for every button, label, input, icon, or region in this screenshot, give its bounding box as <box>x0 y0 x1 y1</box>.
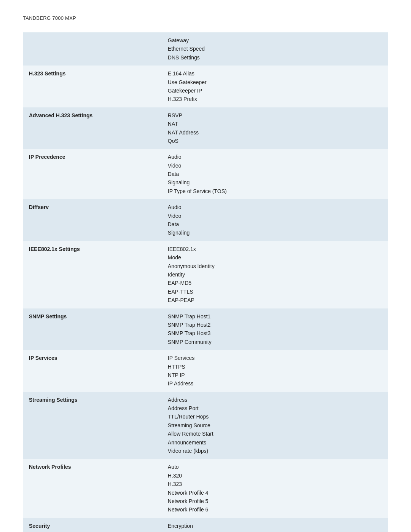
row-label <box>23 32 162 66</box>
row-value-item: Use Gatekeeper <box>168 79 207 85</box>
row-value-item: Announcements <box>168 439 206 446</box>
row-value-item: Streaming Source <box>168 422 210 428</box>
row-label: Streaming Settings <box>23 392 162 459</box>
row-label: Security <box>23 518 162 532</box>
row-value-item: QoS <box>168 138 178 144</box>
row-value-item: IP Type of Service (TOS) <box>168 188 227 194</box>
row-value-item: NAT <box>168 121 178 127</box>
row-values: GatewayEthernet SpeedDNS Settings <box>162 32 388 66</box>
row-value-item: Network Profile 6 <box>168 506 209 513</box>
row-value-item: Network Profile 5 <box>168 498 209 504</box>
table-row: IP ServicesIP ServicesHTTPSNTP IPIP Addr… <box>23 350 388 392</box>
row-values: RSVPNATNAT AddressQoS <box>162 107 388 149</box>
row-value-item: Data <box>168 171 179 177</box>
row-label: IP Precedence <box>23 149 162 199</box>
table-row: Network ProfilesAutoH.320H.323Network Pr… <box>23 459 388 518</box>
row-values: AutoH.320H.323Network Profile 4Network P… <box>162 459 388 518</box>
content-table: GatewayEthernet SpeedDNS SettingsH.323 S… <box>23 32 388 532</box>
row-value-item: IP Services <box>168 355 195 361</box>
row-value-item: Mode <box>168 254 181 260</box>
row-value-item: SNMP Trap Host3 <box>168 330 211 336</box>
row-values: AddressAddress PortTTL/Router HopsStream… <box>162 392 388 459</box>
row-value-item: Network Profile 4 <box>168 490 209 496</box>
table-row: H.323 SettingsE.164 AliasUse GatekeeperG… <box>23 66 388 107</box>
page-header: TANDBERG 7000 MXP <box>23 15 388 21</box>
row-label: Diffserv <box>23 199 162 241</box>
row-value-item: SNMP Trap Host1 <box>168 313 211 320</box>
row-value-item: Auto <box>168 464 179 470</box>
row-value-item: H.323 Prefix <box>168 96 197 102</box>
row-value-item: Address <box>168 397 187 403</box>
row-value-item: NTP IP <box>168 372 185 378</box>
row-values: AudioVideoDataSignalingIP Type of Servic… <box>162 149 388 199</box>
row-label: Advanced H.323 Settings <box>23 107 162 149</box>
row-value-item: IP Address <box>168 380 193 387</box>
row-value-item: Identity <box>168 272 185 278</box>
row-label: H.323 Settings <box>23 66 162 107</box>
row-label: Network Profiles <box>23 459 162 518</box>
row-value-item: Gateway <box>168 37 189 43</box>
header-title: TANDBERG 7000 MXP <box>23 15 76 21</box>
row-value-item: Address Port <box>168 405 199 411</box>
row-value-item: EAP-TTLS <box>168 289 193 295</box>
row-value-item: SNMP Trap Host2 <box>168 322 211 328</box>
row-value-item: Allow Remote Start <box>168 431 213 437</box>
row-values: IEEE802.1xModeAnonymous IdentityIdentity… <box>162 241 388 308</box>
row-value-item: Signaling <box>168 230 190 236</box>
row-value-item: H.320 <box>168 473 182 479</box>
table-row: IP PrecedenceAudioVideoDataSignalingIP T… <box>23 149 388 199</box>
row-value-item: HTTPS <box>168 364 185 370</box>
table-row: GatewayEthernet SpeedDNS Settings <box>23 32 388 66</box>
table-row: DiffservAudioVideoDataSignaling <box>23 199 388 241</box>
table-row: SNMP SettingsSNMP Trap Host1SNMP Trap Ho… <box>23 308 388 350</box>
table-row: Advanced H.323 SettingsRSVPNATNAT Addres… <box>23 107 388 149</box>
row-value-item: SNMP Community <box>168 339 212 345</box>
table-row: Streaming SettingsAddressAddress PortTTL… <box>23 392 388 459</box>
row-value-item: Encryption <box>168 523 193 529</box>
row-value-item: Audio <box>168 154 182 160</box>
row-label: IP Services <box>23 350 162 392</box>
row-label: SNMP Settings <box>23 308 162 350</box>
table-row: SecurityEncryptionEncryption modePasswor… <box>23 518 388 532</box>
row-value-item: H.323 <box>168 481 182 487</box>
row-value-item: Video <box>168 213 182 219</box>
row-value-item: Gatekeeper IP <box>168 88 202 94</box>
row-value-item: NAT Address <box>168 129 199 136</box>
row-values: SNMP Trap Host1SNMP Trap Host2SNMP Trap … <box>162 308 388 350</box>
row-value-item: EAP-MD5 <box>168 280 191 286</box>
table-row: IEEE802.1x SettingsIEEE802.1xModeAnonymo… <box>23 241 388 308</box>
row-values: E.164 AliasUse GatekeeperGatekeeper IPH.… <box>162 66 388 107</box>
row-value-item: EAP-PEAP <box>168 297 194 303</box>
row-values: AudioVideoDataSignaling <box>162 199 388 241</box>
row-label: IEEE802.1x Settings <box>23 241 162 308</box>
row-value-item: Ethernet Speed <box>168 46 205 52</box>
row-value-item: TTL/Router Hops <box>168 414 209 420</box>
row-values: IP ServicesHTTPSNTP IPIP Address <box>162 350 388 392</box>
row-value-item: Anonymous Identity <box>168 263 215 269</box>
row-value-item: E.164 Alias <box>168 70 194 77</box>
row-values: EncryptionEncryption modePasswordsCamera… <box>162 518 388 532</box>
row-value-item: Audio <box>168 204 182 210</box>
row-value-item: Video rate (kbps) <box>168 448 208 454</box>
row-value-item: Data <box>168 221 179 227</box>
row-value-item: DNS Settings <box>168 54 200 61</box>
row-value-item: IEEE802.1x <box>168 246 196 252</box>
row-value-item: RSVP <box>168 112 182 118</box>
row-value-item: Signaling <box>168 179 190 185</box>
row-value-item: Video <box>168 163 182 169</box>
